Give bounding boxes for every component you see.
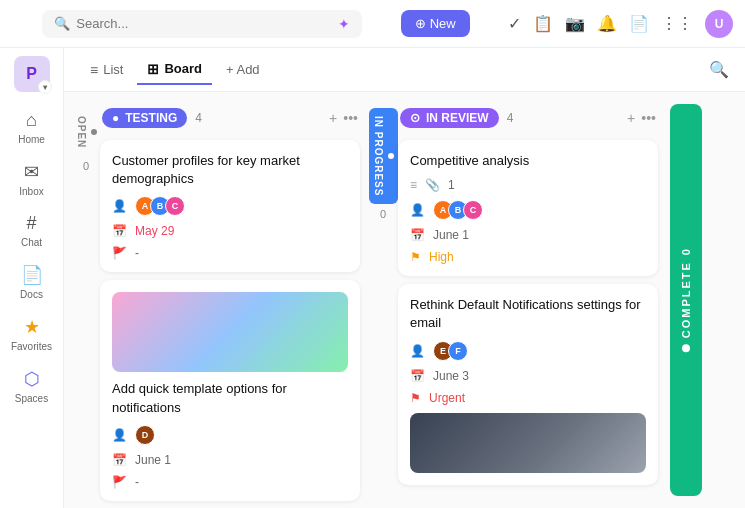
review-badge: ⊙ IN REVIEW [400,108,499,128]
card-flag-row-2: 🚩 - [112,475,348,489]
home-icon: ⌂ [26,110,37,131]
column-complete[interactable]: COMPLETE 0 [670,104,702,496]
docs-label: Docs [20,289,43,300]
avatar-3: C [165,196,185,216]
person-icon-4: 👤 [410,344,425,358]
card-competitive-analysis[interactable]: Competitive analysis ≡ 📎 1 👤 A B C [398,140,658,276]
card-date-4: June 3 [433,369,469,383]
sidebar-item-spaces[interactable]: ⬡ Spaces [6,362,58,410]
card-title-3: Competitive analysis [410,152,646,170]
sidebar-item-inbox[interactable]: ✉ Inbox [6,155,58,203]
testing-count: 4 [195,111,202,125]
person-icon-3: 👤 [410,203,425,217]
lines-icon: ≡ [410,178,417,192]
view-search-button[interactable]: 🔍 [709,60,729,79]
chat-icon: # [26,213,36,234]
card-date-3: June 1 [433,228,469,242]
new-button-icon: ⊕ [415,16,426,31]
card-notifications-settings[interactable]: Rethink Default Notifications settings f… [398,284,658,484]
review-more-btn[interactable]: ••• [641,110,656,126]
card-avatars-row: 👤 A B C [112,196,348,216]
checkmark-icon[interactable]: ✓ [508,14,521,33]
column-header-review: ⊙ IN REVIEW 4 + ••• [398,104,658,132]
star-icon: ★ [24,316,40,338]
review-badge-dot: ⊙ [410,111,420,125]
spaces-label: Spaces [15,393,48,404]
workspace-logo[interactable]: P ▾ [14,56,50,92]
inbox-icon: ✉ [24,161,39,183]
sidebar-item-chat[interactable]: # Chat [6,207,58,254]
sidebar-item-docs[interactable]: 📄 Docs [6,258,58,306]
complete-dot [682,345,690,353]
card-flag-row: 🚩 - [112,246,348,260]
user-avatar[interactable]: U [705,10,733,38]
card-template-options[interactable]: Add quick template options for notificat… [100,280,360,500]
card-customer-profiles[interactable]: Customer profiles for key market demogra… [100,140,360,272]
search-bar[interactable]: 🔍 ✦ [42,10,362,38]
column-wrapper-testing: OPEN 0 ● TESTING 4 + ••• [76,104,360,496]
review-actions: + ••• [627,110,656,126]
tab-list[interactable]: ≡ List [80,56,133,84]
testing-add-btn[interactable]: + [329,110,337,126]
clip-icon: 📎 [425,178,440,192]
dark-image-inner [410,413,646,473]
flag-icon-2: 🚩 [112,475,127,489]
avatars-3: A B C [433,200,478,220]
card-avatars-row-3: 👤 A B C [410,200,646,220]
clipboard-icon[interactable]: 📄 [629,14,649,33]
clip-count: 1 [448,178,455,192]
add-view-button[interactable]: + Add [216,56,270,83]
new-button[interactable]: ⊕ New [401,10,470,37]
progress-count: 0 [380,208,386,220]
view-header: ≡ List ⊞ Board + Add 🔍 [64,48,745,92]
card-dark-image [410,413,646,473]
sidebar-item-favorites[interactable]: ★ Favorites [6,310,58,358]
complete-label: COMPLETE 0 [680,247,692,352]
calendar-icon-3: 📅 [410,228,425,242]
column-header-testing: ● TESTING 4 + ••• [100,104,360,132]
grid-icon[interactable]: ⋮⋮ [661,14,693,33]
card-date-row-4: 📅 June 3 [410,369,646,383]
urgent-label: Urgent [429,391,465,405]
card-lines-row: ≡ 📎 1 [410,178,646,192]
main-layout: P ▾ ⌂ Home ✉ Inbox # Chat 📄 Docs ★ Favor… [0,48,745,508]
priority-flag-icon: ⚑ [410,250,421,264]
sidebar-item-home[interactable]: ⌂ Home [6,104,58,151]
testing-more-btn[interactable]: ••• [343,110,358,126]
card-title: Customer profiles for key market demogra… [112,152,348,188]
card-date-row: 📅 May 29 [112,224,348,238]
card-title-4: Rethink Default Notifications settings f… [410,296,646,332]
testing-badge-label: TESTING [125,111,177,125]
testing-actions: + ••• [329,110,358,126]
review-count: 4 [507,111,514,125]
column-review: ⊙ IN REVIEW 4 + ••• Competitive analysis [398,104,658,496]
board-tab-icon: ⊞ [147,61,159,77]
progress-side-label: IN PROGRESS [369,108,398,204]
document-icon[interactable]: 📋 [533,14,553,33]
review-add-btn[interactable]: + [627,110,635,126]
avatars-4: E F [433,341,463,361]
search-input[interactable] [76,16,332,31]
favorites-label: Favorites [11,341,52,352]
calendar-icon-4: 📅 [410,369,425,383]
chat-label: Chat [21,237,42,248]
avatar-7: C [463,200,483,220]
card-priority-row-4: ⚑ Urgent [410,391,646,405]
card-date: May 29 [135,224,174,238]
card-image-inner [112,292,348,372]
list-tab-icon: ≡ [90,62,98,78]
camera-icon[interactable]: 📷 [565,14,585,33]
column-testing: ● TESTING 4 + ••• Customer profiles for … [100,104,360,496]
bell-icon[interactable]: 🔔 [597,14,617,33]
sparkle-icon: ✦ [338,16,350,32]
tab-board[interactable]: ⊞ Board [137,55,212,85]
content-area: ≡ List ⊞ Board + Add 🔍 OPEN 0 [64,48,745,508]
card-flag: - [135,246,139,260]
avatars-2: D [135,425,150,445]
topbar: 🔍 ✦ ⊕ New ✓ 📋 📷 🔔 📄 ⋮⋮ U [0,0,745,48]
topbar-icons: ✓ 📋 📷 🔔 📄 ⋮⋮ U [508,10,733,38]
card-date-row-2: 📅 June 1 [112,453,348,467]
sidebar: P ▾ ⌂ Home ✉ Inbox # Chat 📄 Docs ★ Favor… [0,48,64,508]
list-tab-label: List [103,62,123,77]
urgent-flag-icon: ⚑ [410,391,421,405]
